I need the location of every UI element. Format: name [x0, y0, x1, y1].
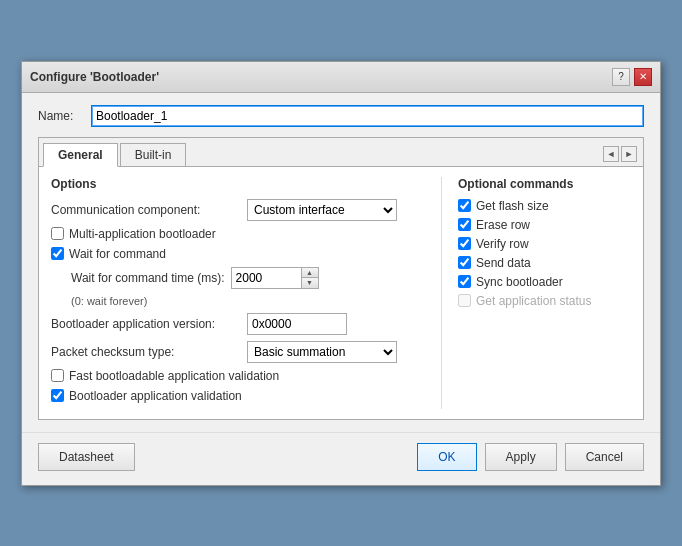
title-bar: Configure 'Bootloader' ? ✕: [22, 62, 660, 93]
opt-cmd-sync-bootloader: Sync bootloader: [458, 275, 631, 289]
app-validation-row: Bootloader application validation: [51, 389, 421, 403]
help-button[interactable]: ?: [612, 68, 630, 86]
title-bar-buttons: ? ✕: [612, 68, 652, 86]
checksum-label: Packet checksum type:: [51, 345, 241, 359]
send-data-checkbox[interactable]: [458, 256, 471, 269]
erase-row-checkbox[interactable]: [458, 218, 471, 231]
ok-button[interactable]: OK: [417, 443, 476, 471]
fast-validation-checkbox[interactable]: [51, 369, 64, 382]
datasheet-button[interactable]: Datasheet: [38, 443, 135, 471]
wait-for-cmd-row: Wait for command: [51, 247, 421, 261]
sync-bootloader-label: Sync bootloader: [476, 275, 563, 289]
tab-prev-button[interactable]: ◄: [603, 146, 619, 162]
app-version-label: Bootloader application version:: [51, 317, 241, 331]
wait-time-spinner: ▲ ▼: [231, 267, 319, 289]
tabs-container: General Built-in ◄ ► Options Communicati…: [38, 137, 644, 420]
fast-validation-label: Fast bootloadable application validation: [69, 369, 279, 383]
spinner-up-button[interactable]: ▲: [302, 268, 318, 279]
comm-component-row: Communication component: Custom interfac…: [51, 199, 421, 221]
sync-bootloader-checkbox[interactable]: [458, 275, 471, 288]
configure-dialog: Configure 'Bootloader' ? ✕ Name: General…: [21, 61, 661, 486]
fast-validation-row: Fast bootloadable application validation: [51, 369, 421, 383]
apply-button[interactable]: Apply: [485, 443, 557, 471]
right-panel: Optional commands Get flash size Erase r…: [441, 177, 631, 409]
app-validation-checkbox[interactable]: [51, 389, 64, 402]
get-app-status-label: Get application status: [476, 294, 591, 308]
tab-nav: ◄ ►: [603, 146, 643, 162]
opt-cmd-get-app-status: Get application status: [458, 294, 631, 308]
app-version-row: Bootloader application version:: [51, 313, 421, 335]
multi-app-label: Multi-application bootloader: [69, 227, 216, 241]
opt-cmd-send-data: Send data: [458, 256, 631, 270]
tab-next-button[interactable]: ►: [621, 146, 637, 162]
wait-time-input[interactable]: [231, 267, 301, 289]
checksum-select[interactable]: Basic summation CRC16 CRC32: [247, 341, 397, 363]
spinner-buttons: ▲ ▼: [301, 267, 319, 289]
opt-cmd-get-flash-size: Get flash size: [458, 199, 631, 213]
opt-cmd-verify-row: Verify row: [458, 237, 631, 251]
get-flash-size-checkbox[interactable]: [458, 199, 471, 212]
wait-for-cmd-checkbox[interactable]: [51, 247, 64, 260]
app-version-input[interactable]: [247, 313, 347, 335]
close-button[interactable]: ✕: [634, 68, 652, 86]
comm-component-label: Communication component:: [51, 203, 241, 217]
erase-row-label: Erase row: [476, 218, 530, 232]
wait-for-cmd-label: Wait for command: [69, 247, 166, 261]
spinner-down-button[interactable]: ▼: [302, 278, 318, 288]
tabs-header: General Built-in ◄ ►: [39, 138, 643, 167]
name-input[interactable]: [91, 105, 644, 127]
wait-time-hint: (0: wait forever): [71, 295, 421, 307]
opt-cmd-erase-row: Erase row: [458, 218, 631, 232]
checksum-row: Packet checksum type: Basic summation CR…: [51, 341, 421, 363]
tab-builtin[interactable]: Built-in: [120, 143, 187, 166]
left-panel: Options Communication component: Custom …: [51, 177, 441, 409]
cancel-button[interactable]: Cancel: [565, 443, 644, 471]
optional-commands-title: Optional commands: [458, 177, 631, 191]
name-row: Name:: [38, 105, 644, 127]
get-app-status-checkbox[interactable]: [458, 294, 471, 307]
dialog-title: Configure 'Bootloader': [30, 70, 159, 84]
multi-app-checkbox[interactable]: [51, 227, 64, 240]
dialog-footer: Datasheet OK Apply Cancel: [22, 432, 660, 485]
verify-row-label: Verify row: [476, 237, 529, 251]
verify-row-checkbox[interactable]: [458, 237, 471, 250]
wait-time-row: Wait for command time (ms): ▲ ▼: [71, 267, 421, 289]
app-validation-label: Bootloader application validation: [69, 389, 242, 403]
send-data-label: Send data: [476, 256, 531, 270]
multi-app-row: Multi-application bootloader: [51, 227, 421, 241]
name-label: Name:: [38, 109, 83, 123]
dialog-body: Name: General Built-in ◄ ► Options Com: [22, 93, 660, 432]
options-title: Options: [51, 177, 421, 191]
get-flash-size-label: Get flash size: [476, 199, 549, 213]
tab-general[interactable]: General: [43, 143, 118, 167]
tab-general-content: Options Communication component: Custom …: [39, 167, 643, 419]
comm-component-select[interactable]: Custom interface UART SPI I2C: [247, 199, 397, 221]
wait-time-label: Wait for command time (ms):: [71, 271, 225, 285]
